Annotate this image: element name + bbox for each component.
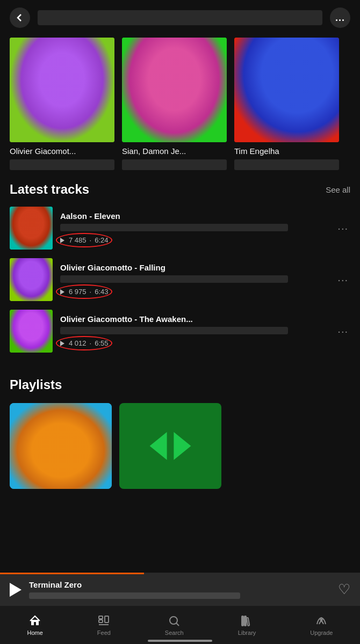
nav-library[interactable]: Library <box>232 610 263 640</box>
track-stats-wrap: 7 485 · 6:24 <box>60 236 108 244</box>
svg-line-5 <box>176 623 179 626</box>
play-icon <box>10 583 21 597</box>
svg-rect-1 <box>99 620 103 623</box>
now-playing-info: Terminal Zero <box>29 580 330 599</box>
track-dot: · <box>90 236 92 244</box>
playlists-title: Playlists <box>10 377 62 392</box>
see-all-button[interactable]: See all <box>326 185 350 194</box>
play-count-icon <box>60 341 64 346</box>
track-bar <box>60 327 288 334</box>
header: ... <box>0 0 360 33</box>
now-playing-bar: Terminal Zero ♡ <box>0 573 360 605</box>
play-count-icon <box>60 238 64 243</box>
upgrade-icon <box>315 614 328 627</box>
tracks-list: Aalson - Eleven 7 485 · 6:24 ··· Olivier… <box>0 202 360 361</box>
nav-home-label: Home <box>27 630 42 636</box>
nav-upgrade-label: Upgrade <box>310 630 333 636</box>
track-item[interactable]: Olivier Giacomotto - Falling 6 975 · 6:4… <box>0 254 360 305</box>
home-icon <box>28 614 41 627</box>
artist-name: Olivier Giacomot... <box>10 147 114 156</box>
svg-rect-0 <box>99 616 103 619</box>
artist-thumbnail <box>122 38 227 142</box>
artist-sub-bar <box>122 159 227 170</box>
progress-bar <box>0 573 144 574</box>
playlists-grid <box>0 398 360 500</box>
home-indicator <box>148 640 212 642</box>
track-title: Olivier Giacomotto - The Awaken... <box>60 314 328 324</box>
track-dot: · <box>90 288 92 296</box>
header-title-bar <box>38 10 322 25</box>
track-plays: 7 485 <box>69 236 87 244</box>
track-stats: 7 485 · 6:24 <box>60 236 108 244</box>
track-stats: 6 975 · 6:43 <box>60 288 108 296</box>
track-title: Aalson - Eleven <box>60 211 328 221</box>
track-item[interactable]: Aalson - Eleven 7 485 · 6:24 ··· <box>0 202 360 254</box>
nav-search[interactable]: Search <box>159 610 190 640</box>
track-info: Olivier Giacomotto - Falling 6 975 · 6:4… <box>60 263 328 297</box>
track-more-button[interactable]: ··· <box>335 222 350 235</box>
nav-feed[interactable]: Feed <box>91 610 117 640</box>
artist-card[interactable]: Olivier Giacomot... <box>10 38 114 170</box>
track-thumbnail <box>10 258 53 301</box>
track-dot: · <box>90 339 92 347</box>
arrow-left-icon <box>150 432 167 460</box>
feed-icon <box>97 614 110 627</box>
track-duration: 6:24 <box>95 236 108 244</box>
playlists-section: Playlists <box>0 361 360 500</box>
svg-rect-2 <box>105 616 109 623</box>
nav-upgrade[interactable]: Upgrade <box>304 610 339 640</box>
track-stats-wrap: 6 975 · 6:43 <box>60 288 108 296</box>
artist-name: Tim Engelha <box>234 147 339 156</box>
track-plays: 6 975 <box>69 288 87 296</box>
track-info: Olivier Giacomotto - The Awaken... 4 012… <box>60 314 328 348</box>
back-button[interactable] <box>10 8 30 28</box>
track-title: Olivier Giacomotto - Falling <box>60 263 328 272</box>
search-icon <box>168 614 181 627</box>
nav-library-label: Library <box>238 630 256 636</box>
playlists-header: Playlists <box>0 365 360 398</box>
now-playing-title: Terminal Zero <box>29 580 330 589</box>
nav-search-label: Search <box>165 630 184 636</box>
artist-art <box>122 38 227 142</box>
track-stats: 4 012 · 6:55 <box>60 339 108 347</box>
track-duration: 6:43 <box>95 288 108 296</box>
arrow-right-icon <box>174 432 191 460</box>
playlist-card[interactable] <box>10 403 112 489</box>
nav-feed-label: Feed <box>97 630 111 636</box>
track-info: Aalson - Eleven 7 485 · 6:24 <box>60 211 328 245</box>
play-count-icon <box>60 289 64 295</box>
artist-thumbnail <box>234 38 339 142</box>
artist-name: Sian, Damon Je... <box>122 147 227 156</box>
artist-thumbnail <box>10 38 114 142</box>
artist-card[interactable]: Tim Engelha <box>234 38 339 170</box>
svg-rect-8 <box>247 617 250 625</box>
latest-tracks-header: Latest tracks See all <box>0 170 360 202</box>
like-button[interactable]: ♡ <box>338 581 350 598</box>
library-icon <box>240 614 253 627</box>
track-thumbnail <box>10 310 53 353</box>
more-button[interactable]: ... <box>330 8 350 28</box>
now-playing-play-button[interactable] <box>10 583 21 597</box>
track-duration: 6:55 <box>95 339 108 347</box>
svg-rect-7 <box>244 616 246 626</box>
track-more-button[interactable]: ··· <box>335 274 350 286</box>
section-title: Latest tracks <box>10 182 89 197</box>
bottom-nav: Home Feed Search Library Upgrade <box>0 605 360 644</box>
artist-sub-bar <box>10 159 114 170</box>
track-plays: 4 012 <box>69 339 87 347</box>
artist-sub-bar <box>234 159 339 170</box>
artist-art <box>234 38 339 142</box>
track-more-button[interactable]: ··· <box>335 325 350 338</box>
track-bar <box>60 224 288 231</box>
artists-section: Olivier Giacomot... Sian, Damon Je... Ti… <box>0 33 360 170</box>
track-item[interactable]: Olivier Giacomotto - The Awaken... 4 012… <box>0 305 360 357</box>
svg-rect-6 <box>242 616 243 626</box>
artist-art <box>10 38 114 142</box>
track-thumbnail <box>10 207 53 250</box>
track-bar <box>60 275 288 283</box>
playlist-card[interactable] <box>119 403 221 489</box>
nav-home[interactable]: Home <box>20 610 49 640</box>
artist-card[interactable]: Sian, Damon Je... <box>122 38 227 170</box>
track-stats-wrap: 4 012 · 6:55 <box>60 339 108 347</box>
now-playing-sub-bar <box>29 592 240 599</box>
